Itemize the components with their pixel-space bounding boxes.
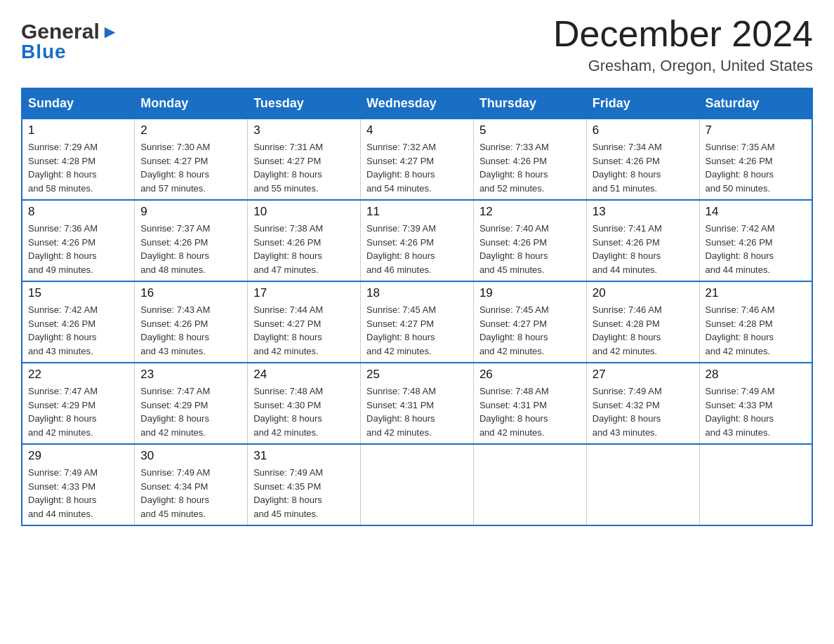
day-number: 13 — [593, 205, 694, 219]
weekday-header-row: SundayMondayTuesdayWednesdayThursdayFrid… — [22, 88, 812, 119]
day-cell — [699, 444, 812, 525]
weekday-header-wednesday: Wednesday — [361, 88, 474, 119]
day-info: Sunrise: 7:48 AM Sunset: 4:31 PM Dayligh… — [366, 384, 468, 439]
day-cell: 2 Sunrise: 7:30 AM Sunset: 4:27 PM Dayli… — [135, 119, 248, 200]
day-info: Sunrise: 7:31 AM Sunset: 4:27 PM Dayligh… — [253, 140, 355, 195]
day-number: 8 — [28, 205, 128, 219]
location-title: Gresham, Oregon, United States — [553, 57, 813, 75]
calendar-table: SundayMondayTuesdayWednesdayThursdayFrid… — [21, 88, 813, 526]
day-cell: 31 Sunrise: 7:49 AM Sunset: 4:35 PM Dayl… — [248, 444, 361, 525]
day-info: Sunrise: 7:48 AM Sunset: 4:30 PM Dayligh… — [253, 384, 355, 439]
weekday-header-sunday: Sunday — [22, 88, 135, 119]
day-number: 11 — [366, 205, 468, 219]
day-number: 22 — [28, 368, 128, 382]
day-cell: 23 Sunrise: 7:47 AM Sunset: 4:29 PM Dayl… — [135, 363, 248, 444]
day-info: Sunrise: 7:44 AM Sunset: 4:27 PM Dayligh… — [253, 303, 355, 358]
page-header: General► Blue December 2024 Gresham, Ore… — [21, 14, 813, 75]
day-cell: 29 Sunrise: 7:49 AM Sunset: 4:33 PM Dayl… — [22, 444, 135, 525]
day-cell — [361, 444, 474, 525]
day-cell: 24 Sunrise: 7:48 AM Sunset: 4:30 PM Dayl… — [248, 363, 361, 444]
day-info: Sunrise: 7:45 AM Sunset: 4:27 PM Dayligh… — [366, 303, 468, 358]
week-row-3: 15 Sunrise: 7:42 AM Sunset: 4:26 PM Dayl… — [22, 281, 812, 363]
day-info: Sunrise: 7:43 AM Sunset: 4:26 PM Dayligh… — [140, 303, 241, 358]
day-cell: 12 Sunrise: 7:40 AM Sunset: 4:26 PM Dayl… — [473, 200, 586, 281]
day-number: 10 — [253, 205, 355, 219]
day-info: Sunrise: 7:47 AM Sunset: 4:29 PM Dayligh… — [140, 384, 241, 439]
day-cell: 4 Sunrise: 7:32 AM Sunset: 4:27 PM Dayli… — [361, 119, 474, 200]
day-number: 21 — [706, 286, 806, 300]
day-number: 25 — [366, 368, 468, 382]
day-info: Sunrise: 7:49 AM Sunset: 4:34 PM Dayligh… — [140, 466, 241, 521]
day-info: Sunrise: 7:46 AM Sunset: 4:28 PM Dayligh… — [706, 303, 806, 358]
day-info: Sunrise: 7:41 AM Sunset: 4:26 PM Dayligh… — [593, 222, 694, 276]
day-cell: 18 Sunrise: 7:45 AM Sunset: 4:27 PM Dayl… — [361, 281, 474, 363]
day-cell: 19 Sunrise: 7:45 AM Sunset: 4:27 PM Dayl… — [473, 281, 586, 363]
logo-blue-text: Blue — [21, 41, 67, 63]
day-number: 5 — [479, 123, 581, 137]
day-number: 28 — [706, 368, 806, 382]
day-info: Sunrise: 7:42 AM Sunset: 4:26 PM Dayligh… — [706, 222, 806, 276]
day-cell: 8 Sunrise: 7:36 AM Sunset: 4:26 PM Dayli… — [22, 200, 135, 281]
day-cell: 15 Sunrise: 7:42 AM Sunset: 4:26 PM Dayl… — [22, 281, 135, 363]
day-info: Sunrise: 7:47 AM Sunset: 4:29 PM Dayligh… — [28, 384, 128, 439]
day-number: 17 — [253, 286, 355, 300]
day-number: 6 — [593, 123, 694, 137]
day-number: 20 — [593, 286, 694, 300]
day-info: Sunrise: 7:49 AM Sunset: 4:33 PM Dayligh… — [706, 384, 806, 439]
title-area: December 2024 Gresham, Oregon, United St… — [553, 14, 813, 75]
day-number: 2 — [140, 123, 241, 137]
weekday-header-friday: Friday — [586, 88, 699, 119]
weekday-header-monday: Monday — [135, 88, 248, 119]
day-number: 19 — [479, 286, 581, 300]
day-cell: 16 Sunrise: 7:43 AM Sunset: 4:26 PM Dayl… — [135, 281, 248, 363]
day-info: Sunrise: 7:49 AM Sunset: 4:35 PM Dayligh… — [253, 466, 355, 521]
weekday-header-saturday: Saturday — [699, 88, 812, 119]
day-info: Sunrise: 7:29 AM Sunset: 4:28 PM Dayligh… — [28, 140, 128, 195]
day-cell: 1 Sunrise: 7:29 AM Sunset: 4:28 PM Dayli… — [22, 119, 135, 200]
day-cell: 10 Sunrise: 7:38 AM Sunset: 4:26 PM Dayl… — [248, 200, 361, 281]
day-cell: 3 Sunrise: 7:31 AM Sunset: 4:27 PM Dayli… — [248, 119, 361, 200]
day-number: 9 — [140, 205, 241, 219]
day-number: 3 — [253, 123, 355, 137]
day-cell — [473, 444, 586, 525]
day-info: Sunrise: 7:38 AM Sunset: 4:26 PM Dayligh… — [253, 222, 355, 276]
day-number: 12 — [479, 205, 581, 219]
day-number: 4 — [366, 123, 468, 137]
day-number: 26 — [479, 368, 581, 382]
day-info: Sunrise: 7:45 AM Sunset: 4:27 PM Dayligh… — [479, 303, 581, 358]
week-row-1: 1 Sunrise: 7:29 AM Sunset: 4:28 PM Dayli… — [22, 119, 812, 200]
day-number: 31 — [253, 449, 355, 463]
day-cell: 30 Sunrise: 7:49 AM Sunset: 4:34 PM Dayl… — [135, 444, 248, 525]
day-info: Sunrise: 7:37 AM Sunset: 4:26 PM Dayligh… — [140, 222, 241, 276]
day-cell: 25 Sunrise: 7:48 AM Sunset: 4:31 PM Dayl… — [361, 363, 474, 444]
day-cell: 11 Sunrise: 7:39 AM Sunset: 4:26 PM Dayl… — [361, 200, 474, 281]
day-number: 23 — [140, 368, 241, 382]
day-number: 24 — [253, 368, 355, 382]
day-info: Sunrise: 7:35 AM Sunset: 4:26 PM Dayligh… — [706, 140, 806, 195]
day-cell: 6 Sunrise: 7:34 AM Sunset: 4:26 PM Dayli… — [586, 119, 699, 200]
day-cell: 27 Sunrise: 7:49 AM Sunset: 4:32 PM Dayl… — [586, 363, 699, 444]
day-info: Sunrise: 7:39 AM Sunset: 4:26 PM Dayligh… — [366, 222, 468, 276]
day-info: Sunrise: 7:48 AM Sunset: 4:31 PM Dayligh… — [479, 384, 581, 439]
day-number: 14 — [706, 205, 806, 219]
day-cell: 7 Sunrise: 7:35 AM Sunset: 4:26 PM Dayli… — [699, 119, 812, 200]
week-row-5: 29 Sunrise: 7:49 AM Sunset: 4:33 PM Dayl… — [22, 444, 812, 525]
day-cell: 14 Sunrise: 7:42 AM Sunset: 4:26 PM Dayl… — [699, 200, 812, 281]
day-info: Sunrise: 7:40 AM Sunset: 4:26 PM Dayligh… — [479, 222, 581, 276]
week-row-4: 22 Sunrise: 7:47 AM Sunset: 4:29 PM Dayl… — [22, 363, 812, 444]
day-info: Sunrise: 7:30 AM Sunset: 4:27 PM Dayligh… — [140, 140, 241, 195]
day-info: Sunrise: 7:33 AM Sunset: 4:26 PM Dayligh… — [479, 140, 581, 195]
logo-arrow-icon: ► — [101, 21, 119, 43]
day-number: 29 — [28, 449, 128, 463]
day-cell: 28 Sunrise: 7:49 AM Sunset: 4:33 PM Dayl… — [699, 363, 812, 444]
day-cell: 22 Sunrise: 7:47 AM Sunset: 4:29 PM Dayl… — [22, 363, 135, 444]
day-info: Sunrise: 7:34 AM Sunset: 4:26 PM Dayligh… — [593, 140, 694, 195]
day-info: Sunrise: 7:36 AM Sunset: 4:26 PM Dayligh… — [28, 222, 128, 276]
day-cell: 17 Sunrise: 7:44 AM Sunset: 4:27 PM Dayl… — [248, 281, 361, 363]
month-title: December 2024 — [553, 14, 813, 54]
day-number: 27 — [593, 368, 694, 382]
day-number: 7 — [706, 123, 806, 137]
day-info: Sunrise: 7:42 AM Sunset: 4:26 PM Dayligh… — [28, 303, 128, 358]
day-cell: 26 Sunrise: 7:48 AM Sunset: 4:31 PM Dayl… — [473, 363, 586, 444]
weekday-header-thursday: Thursday — [473, 88, 586, 119]
